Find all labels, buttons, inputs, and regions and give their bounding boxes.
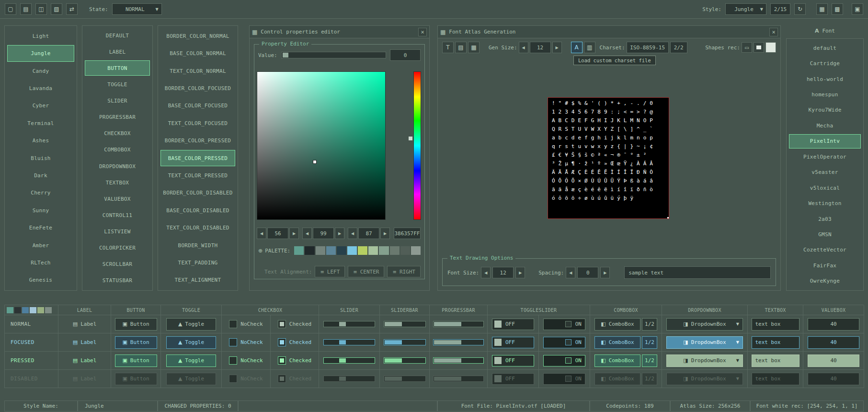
spacing-decrease-button[interactable]: ◀ [566,267,575,278]
demo-dropdownbox[interactable]: ◨DropdownBox▼ [666,355,743,367]
demo-combobox[interactable]: ◧ComboBox1/2 [594,336,657,349]
spacing-value-box[interactable]: 0 [577,267,598,278]
palette-swatch[interactable] [294,246,304,255]
save-style-button[interactable]: ◫ [35,3,47,15]
demo-textbox[interactable]: text box [752,336,799,349]
style-item[interactable]: Amber [7,237,74,253]
color-swatch[interactable] [30,307,36,313]
palette-swatch[interactable] [347,246,357,255]
charset-file-button[interactable]: ▥ [584,42,595,53]
property-item[interactable]: TEXT_COLOR_NORMAL [160,63,235,79]
font-item[interactable]: CozetteVector [789,243,861,257]
style-item[interactable]: Cyber [7,98,74,114]
combobox-index[interactable]: 1/2 [642,336,657,349]
demo-valuebox[interactable]: 40 [808,336,859,349]
palette-swatch[interactable] [390,246,400,255]
demo-checkbox-unchecked[interactable]: NoCheck [229,356,263,365]
style-item[interactable]: Dark [7,167,74,183]
style-item[interactable]: Candy [7,63,74,79]
control-item[interactable]: SCROLLBAR [85,257,150,272]
property-item[interactable]: BORDER_WIDTH [160,237,235,253]
blue-increase-button[interactable]: ▶ [380,228,390,239]
color-picker-cursor[interactable] [313,160,317,164]
property-item[interactable]: TEXT_COLOR_PRESSED [160,167,235,183]
demo-button[interactable]: ▣Button [115,336,157,349]
shapes-rec-color-button[interactable] [765,42,776,53]
font-size-increase-button[interactable]: ▶ [515,267,525,278]
font-item[interactable]: 2a03 [789,212,861,226]
property-item[interactable]: BASE_COLOR_DISABLED [160,202,235,218]
demo-toggleslider-on[interactable]: ON [543,319,585,330]
font-item[interactable]: OwreKynge [789,274,861,288]
demo-toggle[interactable]: ▲Toggle [166,336,216,349]
align-center-button[interactable]: ≡ CENTER [348,266,384,277]
slider-handle[interactable] [339,322,346,326]
value-slider[interactable] [281,52,386,58]
palette-swatch[interactable] [358,246,367,255]
combobox-index[interactable]: 1/2 [642,355,657,367]
demo-checkbox-unchecked[interactable]: NoCheck [229,338,263,346]
style-item[interactable]: Lavanda [7,80,74,96]
demo-toggle[interactable]: ▲Toggle [166,318,216,331]
atlas-close-button[interactable]: × [769,28,778,36]
random-style-button[interactable]: ⇄ [66,3,78,15]
style-item[interactable]: EneFete [7,219,74,236]
color-swatch[interactable] [37,307,44,313]
palette-swatch[interactable] [316,246,325,255]
style-item[interactable]: Terminal [7,115,74,131]
demo-toggleslider-on[interactable]: ON [543,337,585,348]
control-item[interactable]: CONTROL11 [85,207,150,223]
combobox-main[interactable]: ◧ComboBox [594,336,640,349]
demo-slider[interactable] [323,357,375,364]
palette-swatch[interactable] [411,246,421,255]
property-item[interactable]: BASE_COLOR_NORMAL [160,45,235,61]
font-item[interactable]: v5loxical [789,181,861,195]
property-item[interactable]: BORDER_COLOR_FOCUSED [160,80,235,96]
gen-size-decrease-button[interactable]: ◀ [519,42,528,53]
slider-handle[interactable] [339,340,346,344]
atlas-grid-button[interactable]: ▦ [468,42,480,53]
control-item[interactable]: COMBOBOX [85,142,150,158]
style-item[interactable]: Light [7,28,74,44]
style-item[interactable]: RLTech [7,254,74,271]
demo-textbox[interactable]: text box [752,318,799,331]
font-type-button[interactable]: T [442,42,454,53]
state-dropdown[interactable]: NORMAL ▼ [112,3,162,15]
demo-combobox[interactable]: ◧ComboBox1/2 [594,318,657,331]
control-item[interactable]: PROGRESSBAR [85,110,150,125]
color-swatch[interactable] [14,307,21,313]
demo-slider[interactable] [323,339,375,345]
control-item[interactable]: COLORPICKER [85,240,150,256]
green-value-box[interactable]: 99 [313,228,334,239]
control-item[interactable]: DROPDOWNBOX [85,159,150,174]
palette-swatch[interactable] [337,246,346,255]
demo-toggleslider-on[interactable]: ON [543,355,585,366]
color-swatch[interactable] [7,307,13,313]
gen-size-value-box[interactable]: 12 [530,42,551,53]
demo-combobox[interactable]: ◧ComboBox1/2 [594,355,657,367]
style-item[interactable]: Bluish [7,150,74,166]
red-decrease-button[interactable]: ◀ [257,228,266,239]
align-left-button[interactable]: ≡ LEFT [315,266,345,277]
shapes-rec-button[interactable]: ▭ [742,42,752,53]
font-settings-button[interactable]: ▤ [455,42,467,53]
demo-valuebox[interactable]: 40 [808,355,859,367]
font-item[interactable]: hello-world [789,72,861,86]
font-item-selected[interactable]: PixelIntv [789,134,861,149]
editor-window-titlebar[interactable]: ▦ Control properties editor × [250,26,429,38]
demo-sliderbar[interactable] [384,357,426,364]
red-increase-button[interactable]: ▶ [289,228,299,239]
font-item[interactable]: homespun [789,87,861,102]
demo-sliderbar[interactable] [384,321,426,327]
style-item[interactable]: Genesis [7,272,74,288]
font-item[interactable]: GMSN [789,227,861,241]
property-item[interactable]: TEXT_COLOR_DISABLED [160,219,235,236]
font-size-decrease-button[interactable]: ◀ [481,267,491,278]
atlas-window-titlebar[interactable]: ▦ Font Atlas Generation × [438,26,780,38]
palette-swatch[interactable] [326,246,336,255]
font-item[interactable]: Mecha [789,118,861,133]
font-size-value-box[interactable]: 12 [492,267,514,278]
control-item[interactable]: SLIDER [85,93,150,109]
demo-sliderbar[interactable] [384,339,426,345]
demo-toggleslider-off[interactable]: OFF [492,355,534,366]
